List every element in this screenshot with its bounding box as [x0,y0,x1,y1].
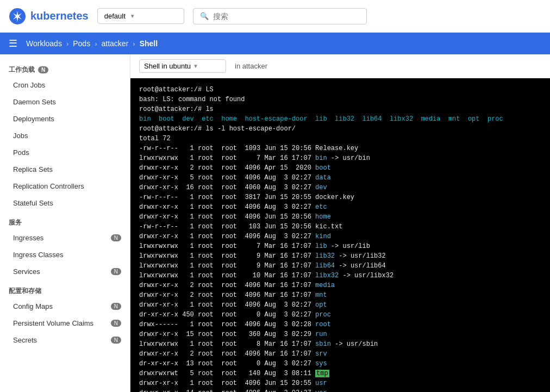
terminal-text-span: drwxr-xr-x 5 root root 4096 Aug 3 02:27 [139,174,315,182]
terminal-text-span: -> usr/bin [327,154,370,162]
terminal-text-span: drwxr-xr-x 2 root root 4096 Mar 16 17:07 [139,350,315,358]
terminal-text-span: mnt [315,291,327,299]
terminal-text-span: sys [315,360,327,368]
terminal-text-span: etc [315,203,327,211]
terminal-line: drwxr-xr-x 2 root root 4096 Mar 16 17:07… [139,281,541,290]
replica-sets-label: Replica Sets [13,165,53,173]
terminal-line: drwxr-xr-x 14 root root 4096 Aug 3 02:27… [139,388,541,392]
breadcrumb-attacker[interactable]: attacker [102,39,129,48]
terminal-line: lrwxrwxrwx 1 root root 9 Mar 16 17:07 li… [139,261,541,271]
sidebar-item-services[interactable]: Services N [0,263,130,280]
terminal-text-span: dr-xr-xr-x 13 root root 0 Aug 3 02:27 [139,360,315,368]
terminal-text-span: -rw-r--r-- 1 root root 103 Jun 15 20:56 … [139,223,342,231]
sidebar-item-replication-controllers[interactable]: Replication Controllers [0,178,130,195]
sidebar-section-config: 配置和存储 [0,280,130,298]
terminal-text-span: bin boot dev etc home host-escape-door l… [139,115,503,123]
terminal-text-span: dr-xr-xr-x 450 root root 0 Aug 3 02:27 [139,311,315,319]
terminal-line: drwxr-xr-x 1 root root 4096 Jun 15 20:55… [139,378,541,388]
terminal-text-span: lrwxrwxrwx 1 root root 7 Mar 16 17:07 [139,154,315,162]
daemon-sets-label: Daemon Sets [13,98,56,106]
terminal-line: -rw-r--r-- 1 root root 1093 Jun 15 20:56… [139,144,541,153]
breadcrumb-shell: Shell [140,39,158,48]
terminal-text-span: lrwxrwxrwx 1 root root 10 Mar 16 17:07 [139,272,315,279]
terminal-text-span: lrwxrwxrwx 1 root root 9 Mar 16 17:07 [139,252,315,260]
content-area: Shell in ubuntu ▼ in attacker root@attac… [130,54,550,392]
terminal-text-span: boot [315,164,331,172]
pods-label: Pods [13,148,29,157]
sidebar-item-pvc[interactable]: Persistent Volume Claims N [0,315,130,332]
terminal-line: lrwxrwxrwx 1 root root 8 Mar 16 17:07 sb… [139,339,541,349]
cron-jobs-label: Cron Jobs [13,81,45,89]
sidebar-section-workloads: 工作负载 N [0,59,130,77]
terminal-line: drwxr-xr-x 2 root root 4096 Mar 16 17:07… [139,349,541,359]
logo-area: kubernetes [9,8,89,25]
terminal-text-span: -rw-r--r-- 1 root root 1093 Jun 15 20:56… [139,145,358,152]
terminal-text-span: home [315,213,331,221]
terminal-text-span: lib64 [315,262,335,270]
terminal-text-span: libx32 [315,272,339,279]
namespace-selector[interactable]: default ▼ [97,8,184,24]
sidebar-item-ingress-classes[interactable]: Ingress Classes [0,246,130,263]
breadcrumb-sep-2: › [95,40,97,48]
terminal-text-span: lrwxrwxrwx 1 root root 7 Mar 16 17:07 [139,242,315,250]
terminal-text-span: run [315,331,327,338]
shell-select[interactable]: Shell in ubuntu ▼ [139,59,226,73]
terminal-text-span: drwxr-xr-x 2 root root 4096 Apr 15 2020 [139,164,315,172]
sidebar-item-replica-sets[interactable]: Replica Sets [0,161,130,178]
terminal-text-span: lib [315,242,327,250]
terminal-text-span: opt [315,301,327,309]
services-badge: N [111,268,121,275]
sidebar-item-config-maps[interactable]: Config Maps N [0,298,130,315]
terminal-text-span: -rw-r--r-- 1 root root 3817 Jun 15 20:55… [139,194,354,201]
terminal-text-span: -> usr/lib64 [335,262,386,270]
terminal-line: dr-xr-xr-x 450 root root 0 Aug 3 02:27 p… [139,310,541,320]
terminal[interactable]: root@attacker:/# LSbash: LS: command not… [130,78,550,392]
search-input[interactable] [213,12,360,21]
terminal-line: drwxr-xr-x 1 root root 4096 Aug 3 02:27 … [139,232,541,241]
ingresses-badge: N [111,234,121,241]
sidebar-item-deployments[interactable]: Deployments [0,110,130,127]
terminal-text-span: srv [315,350,327,358]
sidebar-item-jobs[interactable]: Jobs [0,127,130,144]
terminal-text-span: drwxr-xr-x 2 root root 4096 Mar 16 17:07 [139,291,315,299]
terminal-line: lrwxrwxrwx 1 root root 7 Mar 16 17:07 li… [139,241,541,251]
breadcrumb-workloads[interactable]: Workloads [26,39,62,48]
workloads-badge: N [38,66,48,73]
terminal-line: drwxr-xr-x 15 root root 360 Aug 3 02:29 … [139,329,541,339]
ingresses-label: Ingresses [13,234,43,242]
shell-toolbar: Shell in ubuntu ▼ in attacker [130,54,550,78]
sidebar-item-cron-jobs[interactable]: Cron Jobs [0,77,130,94]
sidebar-item-ingresses[interactable]: Ingresses N [0,229,130,246]
shell-select-label: Shell in ubuntu [144,62,191,70]
deployments-label: Deployments [13,115,54,123]
app-name: kubernetes [30,10,89,22]
sidebar-item-secrets[interactable]: Secrets N [0,332,130,349]
namespace-chevron-icon: ▼ [130,13,135,19]
terminal-text-span: lrwxrwxrwx 1 root root 8 Mar 16 17:07 [139,340,315,348]
terminal-text-span: kind [315,233,331,240]
terminal-text-span: total 72 [139,135,171,142]
sidebar-item-stateful-sets[interactable]: Stateful Sets [0,195,130,211]
terminal-text-span: root [315,321,331,328]
terminal-line: drwxr-xr-x 5 root root 4096 Aug 3 02:27 … [139,173,541,183]
pvc-badge: N [111,320,121,327]
terminal-text-span: root@attacker:/# LS [139,86,214,94]
terminal-line: bash: LS: command not found [139,95,541,104]
breadcrumb-pods[interactable]: Pods [73,39,90,48]
terminal-text-span: drwxr-xr-x 1 root root 4096 Aug 3 02:27 [139,233,315,240]
terminal-text-span: usr [315,379,327,387]
terminal-text-span: drwxr-xr-x 16 root root 4060 Aug 3 02:27 [139,184,315,191]
terminal-line: drwxr-xr-x 2 root root 4096 Apr 15 2020 … [139,163,541,173]
sidebar-item-daemon-sets[interactable]: Daemon Sets [0,94,130,110]
terminal-text-span: drwxr-xr-x 15 root root 360 Aug 3 02:29 [139,331,315,338]
menu-icon[interactable]: ☰ [9,38,17,49]
breadcrumb-sep-3: › [133,40,135,48]
terminal-line: drwxr-xr-x 1 root root 4096 Aug 3 02:27 … [139,300,541,310]
terminal-line: lrwxrwxrwx 1 root root 7 Mar 16 17:07 bi… [139,153,541,163]
terminal-line: total 72 [139,134,541,144]
search-bar[interactable]: 🔍 [193,8,367,24]
secrets-badge: N [111,337,121,344]
terminal-line: root@attacker:/# ls [139,104,541,114]
sidebar-item-pods[interactable]: Pods [0,144,130,161]
terminal-text-span: drwxr-xr-x 1 root root 4096 Jun 15 20:55 [139,379,315,387]
